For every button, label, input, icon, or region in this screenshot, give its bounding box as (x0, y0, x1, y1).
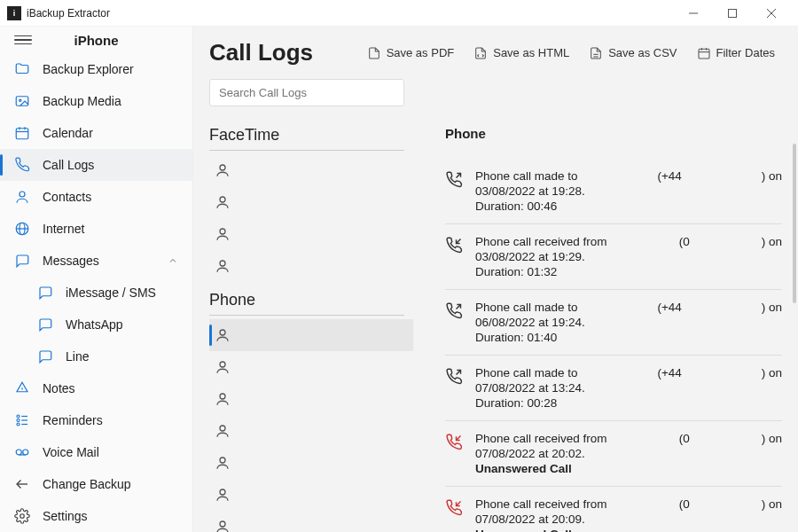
sidebar-item-settings[interactable]: Settings (0, 500, 192, 532)
call-description: Phone call received from (475, 497, 607, 511)
contact-row[interactable] (209, 154, 413, 186)
call-text: Phone call made to(+44) on06/08/2022 at … (475, 301, 782, 344)
svg-point-21 (16, 450, 21, 455)
contact-row[interactable] (209, 447, 413, 479)
call-number-suffix: ) on (762, 366, 782, 379)
person-icon (215, 455, 231, 471)
contact-row[interactable] (209, 186, 413, 218)
call-description: Phone call received from (475, 432, 607, 445)
content-area: Call Logs Save as PDF Save as HTML (193, 27, 798, 532)
call-duration: Duration: 01:40 (475, 331, 782, 344)
sidebar-item-label: Reminders (43, 413, 103, 427)
contact-row[interactable] (209, 415, 413, 447)
call-number-suffix: ) on (762, 301, 782, 314)
sidebar-item-calendar[interactable]: Calendar (0, 117, 192, 149)
message-icon (37, 285, 53, 301)
contact-row[interactable] (209, 250, 413, 282)
filter-dates-button[interactable]: Filter Dates (690, 41, 782, 66)
call-missed-icon (445, 499, 463, 517)
sidebar-item-backup-media[interactable]: Backup Media (0, 85, 192, 117)
sidebar-item-messages[interactable]: Messages (0, 245, 192, 277)
sidebar-item-imessage[interactable]: iMessage / SMS (0, 277, 192, 309)
call-entry[interactable]: Phone call received from(0) on07/08/2022… (445, 421, 782, 487)
sidebar-item-voicemail[interactable]: Voice Mail (0, 436, 192, 468)
call-entry[interactable]: Phone call made to(+44) on07/08/2022 at … (445, 356, 782, 421)
sidebar-item-contacts[interactable]: Contacts (0, 181, 192, 213)
call-number-suffix: ) on (762, 235, 782, 248)
image-icon (14, 93, 30, 109)
call-entry[interactable]: Phone call received from(0) on03/08/2022… (445, 224, 782, 290)
sidebar-item-call-logs[interactable]: Call Logs (0, 149, 192, 181)
maximize-button[interactable] (713, 0, 752, 27)
sidebar-item-backup-explorer[interactable]: Backup Explorer (0, 53, 192, 85)
call-missed-icon (445, 434, 463, 451)
call-number-prefix: (+44 (657, 301, 681, 314)
svg-line-44 (457, 239, 461, 244)
call-description: Phone call made to (475, 366, 578, 379)
sidebar-item-label: Contacts (43, 190, 91, 204)
sidebar-item-notes[interactable]: Notes (0, 372, 192, 404)
sidebar-item-reminders[interactable]: Reminders (0, 404, 192, 436)
close-button[interactable] (752, 0, 791, 27)
call-details-list[interactable]: Phone Phone call made to(+44) on03/08/20… (420, 117, 798, 532)
folder-icon (14, 61, 30, 77)
contacts-list[interactable]: FaceTime Phone (209, 117, 420, 532)
button-label: Filter Dates (716, 46, 775, 59)
call-duration: Duration: 00:28 (475, 396, 782, 410)
sidebar-item-line[interactable]: Line (0, 340, 192, 372)
call-text: Phone call received from(0) on03/08/2022… (475, 235, 782, 278)
sidebar-item-label: Line (66, 349, 89, 364)
contact-row[interactable] (209, 218, 413, 250)
call-entry[interactable]: Phone call made to(+44) on06/08/2022 at … (445, 290, 782, 356)
sidebar-item-label: iMessage / SMS (66, 286, 156, 300)
sidebar-item-whatsapp[interactable]: WhatsApp (0, 309, 192, 340)
html-icon (473, 46, 488, 60)
save-pdf-button[interactable]: Save as PDF (360, 41, 462, 66)
call-entry[interactable]: Phone call received from(0) on07/08/2022… (445, 487, 782, 532)
person-icon (215, 258, 231, 274)
search-input[interactable] (209, 79, 404, 106)
call-datetime: 07/08/2022 at 20:09. (475, 512, 782, 526)
sidebar-item-label: WhatsApp (66, 317, 123, 332)
person-icon (215, 359, 231, 375)
gear-icon (14, 508, 30, 524)
titlebar: i iBackup Extractor (0, 0, 798, 27)
contact-icon (14, 189, 30, 205)
call-datetime: 03/08/2022 at 19:29. (475, 250, 782, 263)
call-number-prefix: (0 (679, 235, 690, 248)
call-entry[interactable]: Phone call made to(+44) on03/08/2022 at … (445, 159, 782, 224)
svg-line-48 (457, 502, 461, 506)
button-label: Save as CSV (608, 46, 677, 59)
svg-point-33 (220, 197, 225, 202)
sidebar-item-internet[interactable]: Internet (0, 213, 192, 245)
contact-row[interactable] (209, 383, 413, 415)
notes-icon (14, 380, 30, 396)
call-duration: Duration: 00:46 (475, 200, 782, 213)
sidebar-header: iPhone (0, 27, 192, 53)
app-icon: i (7, 6, 21, 20)
svg-line-47 (457, 436, 461, 441)
sidebar-item-change-backup[interactable]: Change Backup (0, 468, 192, 500)
call-text: Phone call made to(+44) on03/08/2022 at … (475, 169, 782, 213)
call-text: Phone call received from(0) on07/08/2022… (475, 432, 782, 475)
save-csv-button[interactable]: Save as CSV (582, 41, 684, 66)
svg-point-10 (20, 192, 25, 197)
calendar-icon (14, 125, 30, 141)
scrollbar[interactable] (793, 144, 796, 303)
message-icon (37, 348, 53, 364)
contact-row[interactable] (209, 319, 413, 351)
contact-row[interactable] (209, 479, 413, 511)
call-incoming-icon (445, 237, 463, 254)
sidebar-item-label: Change Backup (43, 477, 131, 491)
call-datetime: 03/08/2022 at 19:28. (475, 184, 782, 198)
minimize-button[interactable] (674, 0, 713, 27)
contact-row[interactable] (209, 511, 413, 532)
svg-line-46 (457, 371, 461, 375)
sidebar-item-label: Settings (43, 509, 88, 523)
button-label: Save as PDF (387, 46, 455, 59)
save-html-button[interactable]: Save as HTML (466, 41, 576, 66)
svg-point-15 (17, 415, 20, 418)
contact-row[interactable] (209, 351, 413, 383)
group-header-phone: Phone (209, 282, 404, 316)
svg-point-39 (220, 426, 225, 431)
